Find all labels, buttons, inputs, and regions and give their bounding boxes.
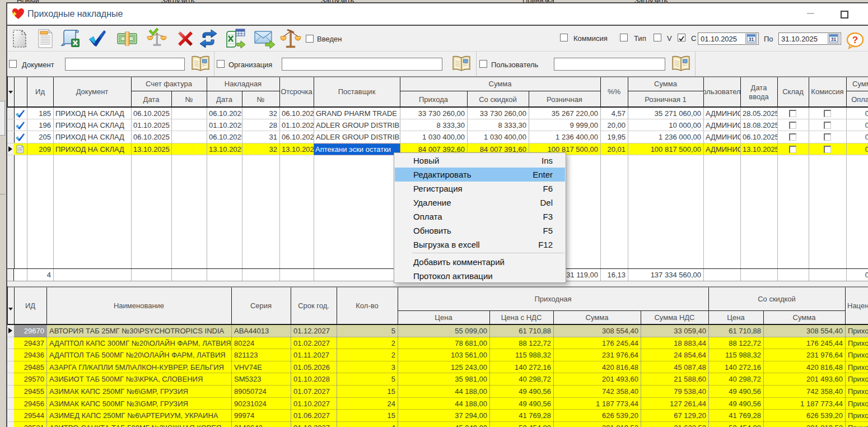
- btn-export-scroll[interactable]: [60, 29, 80, 49]
- cb-polzovatel[interactable]: [479, 60, 487, 68]
- btn-report[interactable]: [36, 29, 55, 48]
- menu-item-x0[interactable]: Добавить комментарий: [395, 255, 565, 269]
- btn-maximize[interactable]: [841, 11, 848, 18]
- btn-book-dokument[interactable]: [190, 55, 211, 73]
- svg-text:?: ?: [852, 35, 858, 45]
- menu-item-1[interactable]: РедактироватьEnter: [395, 168, 565, 182]
- input-dokument[interactable]: [65, 58, 185, 71]
- btn-confirm[interactable]: [87, 29, 108, 49]
- svg-text:31: 31: [831, 36, 837, 42]
- cb-s[interactable]: [678, 34, 685, 41]
- menu-item-3[interactable]: УдалениеDel: [395, 196, 565, 210]
- app-icon: [12, 8, 25, 20]
- menu-item-2[interactable]: РегистрацияF6: [395, 182, 565, 196]
- cb-dokument[interactable]: [9, 60, 17, 68]
- background-left-strip: [0, 2, 6, 427]
- btn-book-organizatsiya[interactable]: [451, 55, 472, 73]
- btn-delete[interactable]: [176, 29, 195, 48]
- btn-scales[interactable]: [280, 27, 301, 50]
- cb-v[interactable]: [654, 34, 661, 41]
- toolbar: Введен Коммисия Тип V С 01.10.202531 По …: [7, 26, 868, 52]
- titlebar: Приходные накладные: [7, 3, 868, 26]
- background-window-strip: Новый Загрузить Загрузить Привязка Загру…: [0, 0, 868, 2]
- cb-organizatsiya[interactable]: [217, 60, 225, 68]
- svg-text:31: 31: [749, 36, 754, 42]
- btn-excel[interactable]: [225, 28, 246, 49]
- menu-item-4[interactable]: ОплатаF3: [395, 210, 565, 224]
- context-menu: НовыйIns РедактироватьEnter РегистрацияF…: [394, 152, 566, 283]
- btn-send[interactable]: [253, 29, 276, 49]
- btn-new[interactable]: [10, 29, 29, 48]
- menu-item-5[interactable]: ОбновитьF5: [395, 224, 565, 238]
- menu-item-x1[interactable]: Протокол активации: [395, 269, 565, 283]
- input-date-from[interactable]: 01.10.202531: [698, 33, 759, 45]
- window-title: Приходные накладные: [27, 9, 123, 19]
- items-grid: ПриходнаяСо скидкойЦенаЦена с НДССуммаСу…: [7, 286, 868, 427]
- cb-komissiya[interactable]: [560, 34, 568, 41]
- menu-item-6[interactable]: Выгрузка в excellF12: [395, 238, 565, 252]
- btn-minimize[interactable]: [807, 13, 814, 14]
- menu-item-0[interactable]: НовыйIns: [395, 154, 565, 168]
- input-date-to[interactable]: 31.10.202531: [778, 33, 841, 45]
- cb-tip[interactable]: [620, 34, 628, 41]
- btn-payment[interactable]: [116, 29, 138, 48]
- btn-help[interactable]: ?: [846, 32, 864, 50]
- cb-vveden[interactable]: [306, 35, 314, 43]
- filterbar: Документ Организация Пользователь: [7, 52, 868, 76]
- pharmacy-app-screen: Новый Загрузить Загрузить Привязка Загру…: [0, 0, 868, 427]
- btn-refresh[interactable]: [198, 29, 218, 49]
- btn-balance-check[interactable]: [146, 28, 167, 49]
- btn-book-polzovatel[interactable]: [671, 55, 691, 73]
- input-polzovatel[interactable]: [554, 58, 665, 71]
- input-organizatsiya[interactable]: [282, 58, 442, 71]
